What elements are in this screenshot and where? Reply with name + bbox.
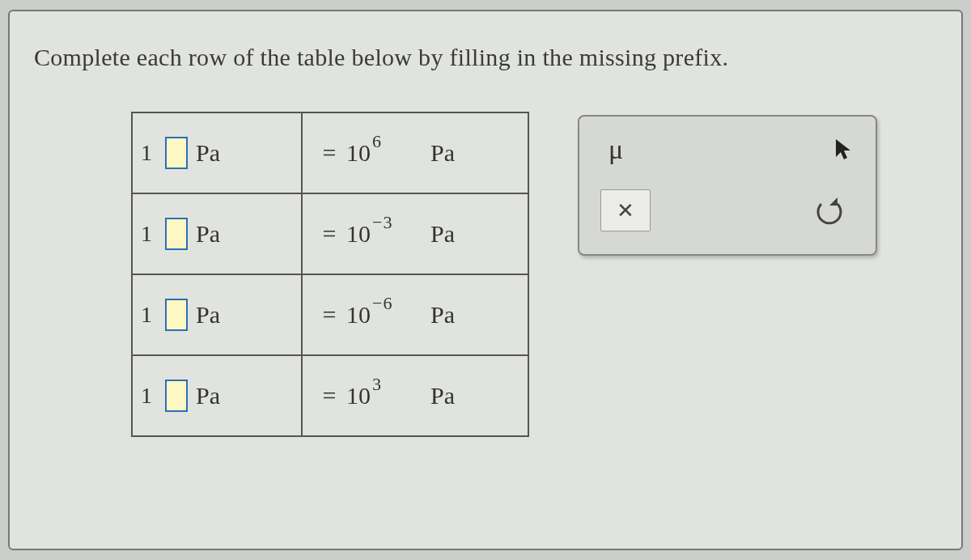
table-row: 1 Pa = 10 −3 Pa <box>132 193 528 274</box>
equals: = <box>317 139 341 167</box>
close-icon: ✕ <box>617 198 634 223</box>
clear-button[interactable]: ✕ <box>600 189 651 231</box>
right-cell: = 10 6 Pa <box>302 112 528 193</box>
exponent: −6 <box>372 293 392 314</box>
prefix-table: 1 Pa = 10 6 Pa <box>131 112 529 437</box>
unit-label: Pa <box>196 139 220 167</box>
unit-label: Pa <box>196 301 220 329</box>
prefix-input[interactable] <box>165 137 188 169</box>
table-row: 1 Pa = 10 3 Pa <box>132 355 528 436</box>
unit-label: Pa <box>196 382 220 409</box>
exponent: −3 <box>372 212 392 233</box>
worksheet-page: Complete each row of the table below by … <box>8 10 963 550</box>
result-unit: Pa <box>430 301 455 329</box>
base: 10 <box>346 220 371 248</box>
undo-button[interactable] <box>804 189 854 231</box>
cursor-icon <box>833 138 854 162</box>
exponent: 6 <box>372 131 382 152</box>
prefix-input[interactable] <box>165 299 188 331</box>
base: 10 <box>346 139 371 167</box>
left-cell: 1 Pa <box>132 274 302 355</box>
equals: = <box>317 382 341 409</box>
helper-row-bottom: ✕ <box>600 189 854 231</box>
instruction-text: Complete each row of the table below by … <box>34 44 937 71</box>
undo-icon <box>813 194 846 227</box>
left-cell: 1 Pa <box>132 112 302 193</box>
table-row: 1 Pa = 10 6 Pa <box>132 112 528 193</box>
coefficient: 1 <box>141 383 152 409</box>
coefficient: 1 <box>141 302 152 328</box>
base: 10 <box>346 301 371 329</box>
helper-panel: μ ✕ <box>578 115 877 256</box>
left-cell: 1 Pa <box>132 193 302 274</box>
result-unit: Pa <box>430 139 455 167</box>
exponent: 3 <box>372 374 382 395</box>
mu-symbol-button[interactable]: μ <box>600 134 623 165</box>
equals: = <box>317 301 341 329</box>
right-cell: = 10 3 Pa <box>302 355 528 436</box>
right-cell: = 10 −3 Pa <box>302 193 528 274</box>
right-cell: = 10 −6 Pa <box>302 274 528 355</box>
coefficient: 1 <box>141 221 152 247</box>
table-row: 1 Pa = 10 −6 Pa <box>132 274 528 355</box>
result-unit: Pa <box>430 220 455 248</box>
left-cell: 1 Pa <box>132 355 302 436</box>
coefficient: 1 <box>141 140 152 166</box>
helper-row-top: μ <box>600 134 854 165</box>
prefix-input[interactable] <box>165 380 188 412</box>
content-row: 1 Pa = 10 6 Pa <box>34 112 937 437</box>
equals: = <box>317 220 341 248</box>
result-unit: Pa <box>430 382 455 409</box>
unit-label: Pa <box>196 220 220 248</box>
prefix-input[interactable] <box>165 218 188 250</box>
base: 10 <box>346 382 371 409</box>
